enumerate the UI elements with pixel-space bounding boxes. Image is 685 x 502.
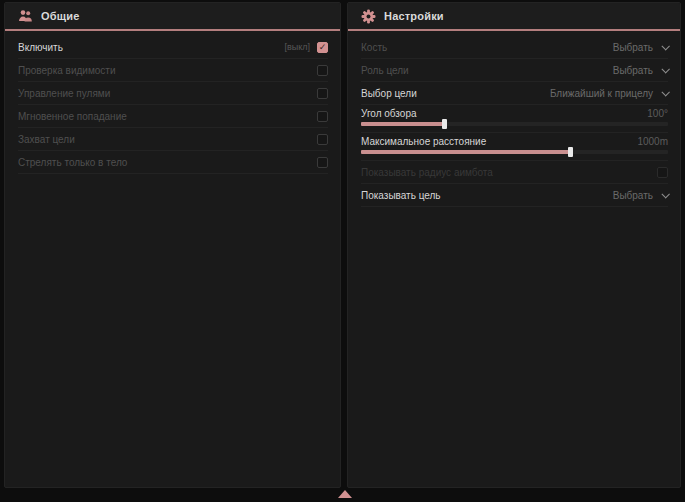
row-select: Показывать цельВыбрать	[361, 184, 668, 207]
gear-icon	[361, 9, 376, 24]
row-select: Роль целиВыбрать	[361, 59, 668, 82]
row-controls	[317, 111, 328, 122]
slider-value: 1000m	[637, 136, 668, 147]
cursor-triangle-icon	[338, 490, 352, 498]
row-label: Мгновенное попадание	[18, 111, 127, 122]
row-controls	[317, 88, 328, 99]
slider-fill	[361, 122, 444, 126]
row-label: Показывать цель	[361, 190, 441, 201]
row-label: Максимальное расстояние	[361, 136, 486, 147]
row-controls: Выбрать	[613, 42, 668, 53]
row-checkbox: Мгновенное попадание	[18, 105, 328, 128]
checkbox	[657, 167, 668, 178]
row-controls	[317, 65, 328, 76]
hotkey-hint: [выкл]	[284, 42, 310, 52]
row-label: Захват цели	[18, 134, 75, 145]
row-controls	[317, 157, 328, 168]
panel-general-body: Включить[выкл]✓Проверка видимостиУправле…	[5, 31, 340, 174]
select-value: Выбрать	[613, 42, 653, 53]
row-label: Управление пулями	[18, 88, 110, 99]
panel-general-header: Общие	[5, 3, 340, 31]
row-checkbox: Проверка видимости	[18, 59, 328, 82]
checkbox[interactable]	[317, 134, 328, 145]
chevron-down-icon	[661, 42, 669, 50]
checkbox[interactable]	[317, 65, 328, 76]
panel-settings-header: Настройки	[348, 3, 680, 31]
panel-title: Настройки	[384, 10, 444, 22]
row-label: Выбор цели	[361, 88, 417, 99]
row-controls: Выбрать	[613, 190, 668, 201]
row-checkbox: Захват цели	[18, 128, 328, 151]
checkbox[interactable]: ✓	[317, 42, 328, 53]
select[interactable]: Ближайший к прицелу	[550, 88, 668, 99]
select-value: Выбрать	[613, 65, 653, 76]
row-label: Стрелять только в тело	[18, 157, 127, 168]
row-checkbox: Управление пулями	[18, 82, 328, 105]
row-label: Показывать радиус аимбота	[361, 167, 493, 178]
checkbox[interactable]	[317, 88, 328, 99]
checkbox[interactable]	[317, 111, 328, 122]
row-controls: Ближайший к прицелу	[550, 88, 668, 99]
chevron-down-icon	[661, 65, 669, 73]
panel-title: Общие	[41, 10, 80, 22]
slider-track[interactable]	[361, 122, 668, 126]
panel-settings: Настройки КостьВыбратьРоль целиВыбратьВы…	[347, 2, 681, 488]
slider-handle[interactable]	[442, 119, 447, 129]
row-controls	[317, 134, 328, 145]
row-label: Включить	[18, 42, 63, 53]
select[interactable]: Выбрать	[613, 190, 668, 201]
row-slider: Угол обзора100°	[361, 105, 668, 133]
row-slider: Максимальное расстояние1000m	[361, 133, 668, 161]
select[interactable]: Выбрать	[613, 65, 668, 76]
panel-settings-body: КостьВыбратьРоль целиВыбратьВыбор целиБл…	[348, 31, 680, 207]
row-controls	[657, 167, 668, 178]
row-controls: [выкл]✓	[284, 42, 328, 53]
select-value: Выбрать	[613, 190, 653, 201]
row-checkbox: Стрелять только в тело	[18, 151, 328, 174]
slider-fill	[361, 150, 570, 154]
row-checkbox: Показывать радиус аимбота	[361, 161, 668, 184]
slider-track[interactable]	[361, 150, 668, 154]
row-label: Угол обзора	[361, 108, 417, 119]
row-controls: Выбрать	[613, 65, 668, 76]
people-icon	[18, 9, 33, 24]
slider-value: 100°	[647, 108, 668, 119]
checkbox[interactable]	[317, 157, 328, 168]
select-value: Ближайший к прицелу	[550, 88, 653, 99]
panel-general: Общие Включить[выкл]✓Проверка видимостиУ…	[4, 2, 341, 488]
row-label: Проверка видимости	[18, 65, 116, 76]
row-label: Роль цели	[361, 65, 409, 76]
chevron-down-icon	[661, 88, 669, 96]
row-checkbox: Включить[выкл]✓	[18, 36, 328, 59]
select[interactable]: Выбрать	[613, 42, 668, 53]
row-select: Выбор целиБлижайший к прицелу	[361, 82, 668, 105]
chevron-down-icon	[661, 190, 669, 198]
row-select: КостьВыбрать	[361, 36, 668, 59]
row-label: Кость	[361, 42, 387, 53]
slider-handle[interactable]	[568, 147, 573, 157]
